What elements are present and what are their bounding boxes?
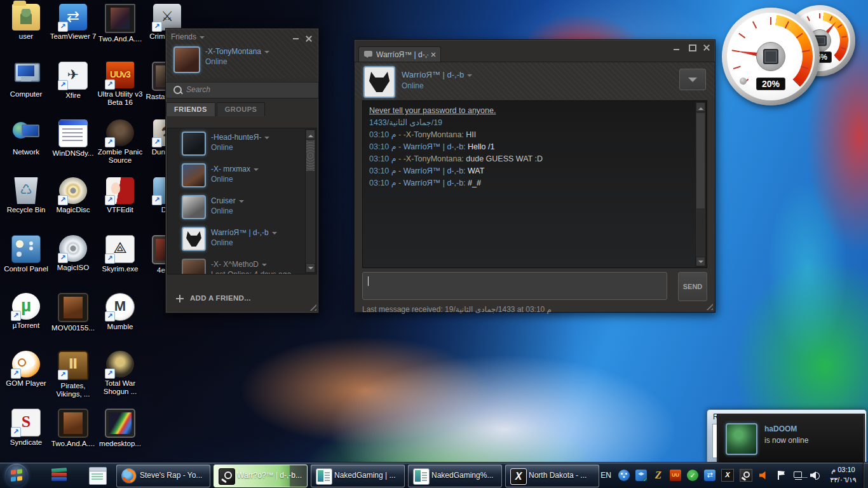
close-icon[interactable]	[304, 34, 313, 43]
desktop-icon-computer[interactable]: Computer	[3, 62, 50, 98]
chevron-down-icon[interactable]	[272, 232, 277, 237]
tab-groups[interactable]: GROUPS	[217, 102, 266, 116]
taskbar-button-text-editor[interactable]: NakedGaming | ...	[311, 464, 405, 487]
resize-grip[interactable]	[309, 304, 316, 311]
volume-icon[interactable]	[810, 470, 821, 481]
scroll-down-button[interactable]	[696, 257, 705, 266]
minimize-icon[interactable]	[292, 32, 301, 41]
crim-gang-icon[interactable]: ↗	[153, 4, 181, 30]
desktop-icon-magiciso[interactable]: ↗MagicISO	[50, 235, 97, 272]
win-app-icon[interactable]	[58, 119, 88, 147]
chat-scrollbar[interactable]	[695, 102, 706, 267]
desktop-icon-mov00155[interactable]: MOV00155...	[50, 293, 97, 332]
scroll-up-button[interactable]	[306, 130, 315, 139]
desktop-icon-magicdisc[interactable]: ↗MagicDisc	[50, 177, 97, 214]
taskbar-clock[interactable]: 03:10 م ٣٣/٠٦/١٩	[825, 464, 862, 485]
network-icon[interactable]	[12, 119, 40, 146]
ultra-utility-icon[interactable]: ↗	[106, 62, 134, 88]
scroll-down-button[interactable]	[306, 263, 315, 273]
desktop-icon-mumble[interactable]: ↗Mumble	[97, 293, 144, 331]
scroll-up-button[interactable]	[696, 102, 705, 112]
folder-user-icon[interactable]	[12, 4, 40, 30]
avatar[interactable]	[182, 195, 206, 219]
taskbar-button-firefox[interactable]: Steve's Rap - Yo...	[116, 464, 210, 487]
desktop-icon-two-and-a[interactable]: Two.And.A....	[50, 409, 97, 448]
close-icon[interactable]	[702, 43, 711, 52]
zonealarm-z-icon[interactable]: Z	[653, 470, 664, 481]
disc-gold-icon[interactable]: ↗	[59, 177, 87, 204]
film-file-icon[interactable]	[58, 293, 88, 322]
disc-icon[interactable]: ↗	[59, 235, 87, 262]
desktop-icon-user[interactable]: user	[3, 4, 50, 41]
start-button[interactable]	[5, 464, 28, 487]
avatar[interactable]	[173, 46, 200, 73]
desktop-icon-two-and-a[interactable]: Two.And.A....	[97, 4, 144, 43]
chevron-down-icon[interactable]	[262, 264, 267, 269]
desktop-icon-zombie-panic-source[interactable]: ↗Zombie Panic Source	[97, 119, 144, 165]
mumble-icon[interactable]: ↗	[105, 293, 135, 321]
messenger-ball-icon[interactable]	[618, 470, 630, 481]
desktop-icon-windnsdy[interactable]: WinDNSdy...	[50, 119, 97, 158]
avatar[interactable]	[182, 259, 206, 274]
utorrent-icon[interactable]: ↗	[12, 293, 40, 320]
friend-row-cruiser[interactable]: CruiserOnline	[168, 192, 316, 224]
dropbox-icon[interactable]	[635, 470, 647, 481]
friend-row-x-x-method[interactable]: -X- X^MethoDLast Online: 4 days ago	[168, 255, 316, 274]
search-input[interactable]: Search	[166, 82, 318, 98]
desktop-icon-recycle-bin[interactable]: Recycle Bin	[3, 177, 50, 214]
chat-options-dropdown[interactable]	[679, 69, 706, 90]
desktop-icon-xfire[interactable]: ↗Xfire	[50, 62, 97, 100]
chevron-down-icon[interactable]	[239, 200, 244, 205]
desktop-icon-gom-player[interactable]: ↗GOM Player	[3, 351, 50, 388]
send-button[interactable]: SEND	[678, 272, 707, 301]
add-friend-button[interactable]: ADD A FRIEND...	[190, 294, 251, 302]
scrollbar-thumb[interactable]	[696, 112, 705, 209]
xfire-icon[interactable]: X	[721, 469, 734, 482]
syndicate-icon[interactable]: ↗	[11, 409, 41, 437]
self-name[interactable]: -X-TonyMontana	[205, 47, 269, 56]
message-input[interactable]	[362, 272, 667, 300]
steam-icon[interactable]	[740, 469, 752, 482]
control-panel-icon[interactable]	[11, 235, 41, 263]
minimize-icon[interactable]	[672, 43, 681, 52]
avatar[interactable]	[182, 227, 206, 251]
computer-icon[interactable]	[12, 62, 40, 88]
network-icon[interactable]	[792, 470, 804, 481]
tab-friends[interactable]: FRIENDS	[166, 102, 215, 116]
chat-tab[interactable]: WarríoЯ™ | d-,-b	[358, 46, 441, 62]
avatar[interactable]	[182, 163, 206, 187]
friend-row-warr-o-d-b[interactable]: WarríoЯ™ | d-,-bOnline	[168, 224, 316, 255]
taskbar-button-text-editor[interactable]: NakedGaming%...	[408, 464, 502, 487]
desktop-icon-syndicate[interactable]: ↗Syndicate	[3, 409, 50, 447]
teamviewer-icon[interactable]: ⇄	[704, 470, 715, 481]
desktop-icon-vtfedit[interactable]: ↗VTFEdit	[97, 177, 144, 214]
tab-close-icon[interactable]	[430, 51, 437, 58]
video-file-icon[interactable]	[105, 4, 135, 33]
gom-player-icon[interactable]: ↗	[12, 351, 40, 377]
taskbar-button-steam-chat[interactable]: Warr?o?™ | d-,-b...	[214, 464, 308, 487]
friend-row-head-hunte[interactable]: -Head-hunteЯ-Online	[168, 128, 316, 160]
desktop-icon-total-war-shogun[interactable]: ↗Total War Shogun ...	[97, 351, 144, 396]
taskbar-button-xfire[interactable]: XNorth Dakota - ...	[505, 464, 599, 487]
quicklaunch-books-icon[interactable]	[51, 467, 67, 484]
media-volume-icon[interactable]	[758, 470, 770, 481]
desktop-icon-medesktop[interactable]: medesktop...	[97, 409, 144, 448]
chevron-down-icon[interactable]	[200, 36, 205, 41]
desktop-icon-skyrim-exe[interactable]: ↗Skyrim.exe	[97, 235, 144, 273]
friends-scrollbar[interactable]	[305, 129, 316, 273]
desktop-icon-teamviewer-7[interactable]: ↗TeamViewer 7	[50, 4, 97, 41]
friend-row-x-mrxmax[interactable]: -X- mrxmaxOnline	[168, 160, 316, 192]
desktop-icon-torrent[interactable]: ↗µTorrent	[3, 293, 50, 330]
resize-grip[interactable]	[706, 303, 713, 310]
ultra-utility-icon[interactable]: UU	[670, 470, 681, 481]
show-desktop-button[interactable]	[863, 463, 868, 488]
quicklaunch-notepad-icon[interactable]	[89, 467, 107, 485]
steam-notification-toast[interactable]: haDOOM is now online	[717, 414, 865, 464]
shogun-icon[interactable]: ↗	[106, 351, 134, 377]
skyrim-icon[interactable]: ↗	[105, 235, 135, 263]
image-colorful-icon[interactable]	[105, 409, 135, 438]
desktop-icon-pirates-vikings[interactable]: ↗Pirates, Vikings, ...	[50, 351, 97, 398]
chevron-down-icon[interactable]	[264, 137, 269, 142]
chevron-down-icon[interactable]	[254, 168, 259, 173]
chest-icon[interactable]: ↗	[58, 351, 88, 380]
